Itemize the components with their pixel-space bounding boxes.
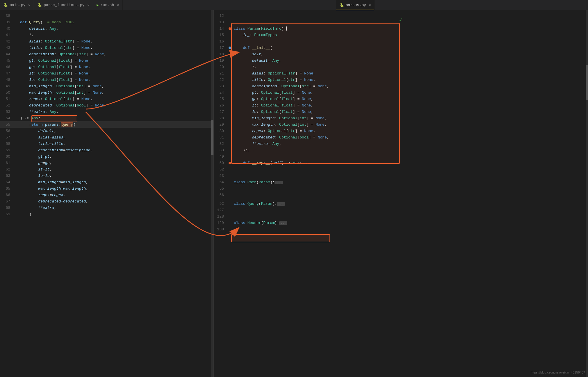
right-code-line-17: 17 def __init__( (214, 45, 588, 51)
lc-46: ge: Optional[float] = None, (19, 65, 213, 69)
rln-21: 21 (214, 71, 227, 76)
ln-69: 69 (0, 212, 13, 216)
rlc-28: min_length: Optional[int] = None, (233, 116, 588, 120)
tab-main-py[interactable]: 🐍 main.py ✕ (0, 0, 34, 10)
right-scrollbar[interactable] (586, 10, 588, 377)
left-code-area[interactable]: 38 39 def Query( # noqa: N802 40 default… (0, 10, 213, 377)
code-line-51: 51 regex: Optional[str] = None, (0, 96, 213, 102)
code-line-64: 64 min_length=min_length, (0, 179, 213, 185)
lc-39: def Query( # noqa: N802 (19, 20, 213, 24)
code-line-69: 69 ) (0, 211, 213, 217)
left-scrollbar-thumb[interactable] (211, 120, 213, 155)
ln-46: 46 (0, 65, 13, 69)
close-icon-params[interactable]: ✕ (369, 3, 371, 7)
lc-57: alias=alias, (19, 135, 213, 140)
right-code-line-54: 54 class Path(Param):... (214, 179, 588, 185)
tab-params-py[interactable]: 🐍 params.py ✕ (336, 0, 375, 10)
right-code-line-16: 16 (214, 38, 588, 45)
close-icon-main[interactable]: ✕ (28, 3, 31, 7)
close-icon-param[interactable]: ✕ (88, 3, 90, 7)
rln-49: 49 (214, 154, 227, 159)
lc-48: le: Optional[float] = None, (19, 78, 213, 82)
rln-92: 92 (214, 202, 227, 206)
rlc-29: max_length: Optional[int] = None, (233, 122, 588, 127)
rlc-17: def __init__( (233, 46, 588, 50)
rln-12: 12 (214, 14, 227, 18)
rlc-20: *, (233, 65, 588, 69)
rlc-50: def __repr__(self) -> str:... (233, 161, 588, 165)
rln-16: 16 (214, 39, 227, 44)
code-line-62: 62 lt=lt, (0, 166, 213, 173)
right-scrollbar-thumb[interactable] (586, 65, 588, 100)
code-line-65: 65 max_length=max_length, (0, 185, 213, 192)
right-code-line-92: 92 class Query(Param):... (214, 200, 588, 207)
right-code-line-55: 55 (214, 185, 588, 192)
lc-61: ge=ge, (19, 161, 213, 165)
lc-43: title: Optional[str] = None, (19, 46, 213, 50)
ln-43: 43 (0, 46, 13, 50)
ln-51: 51 (0, 97, 13, 101)
lc-42: alias: Optional[str] = None, (19, 39, 213, 44)
rln-18: 18 (214, 52, 227, 56)
lc-54: ) -> Any: (19, 116, 213, 120)
rgutter-14 (227, 27, 233, 30)
tab-label-main: main.py (10, 3, 26, 7)
left-scrollbar[interactable] (211, 10, 213, 377)
code-line-46: 46 ge: Optional[float] = None, (0, 64, 213, 70)
close-icon-run[interactable]: ✕ (117, 3, 119, 7)
ln-58: 58 (0, 142, 13, 146)
ln-44: 44 (0, 52, 13, 56)
rln-50: 50 (214, 161, 227, 165)
rlc-26: lt: Optional[float] = None, (233, 103, 588, 108)
tab-label-run: run.sh (101, 3, 114, 7)
tab-bar: 🐍 main.py ✕ 🐍 param_functions.py ✕ ▶ run… (0, 0, 588, 10)
code-line-67: 67 deprecated=deprecated, (0, 198, 213, 204)
code-line-53: 53 **extra: Any, (0, 109, 213, 115)
left-panel: 38 39 def Query( # noqa: N802 40 default… (0, 10, 214, 377)
code-line-47: 47 lt: Optional[float] = None, (0, 70, 213, 77)
rlc-14: class Param(FieldInfo): (233, 26, 588, 31)
rlc-27: le: Optional[float] = None, (233, 110, 588, 114)
ln-42: 42 (0, 39, 13, 44)
rlc-54: class Path(Param):... (233, 180, 588, 184)
ln-60: 60 (0, 154, 13, 159)
right-code-line-20: 20 *, (214, 64, 588, 70)
rln-20: 20 (214, 65, 227, 69)
code-line-50: 50 max_length: Optional[int] = None, (0, 89, 213, 96)
ln-39: 39 (0, 20, 13, 24)
lc-59: description=description, (19, 148, 213, 152)
code-line-58: 58 title=title, (0, 141, 213, 147)
rln-25: 25 (214, 97, 227, 101)
rln-14: 14 (214, 26, 227, 31)
tab-run-sh[interactable]: ▶ run.sh ✕ (93, 0, 123, 10)
code-line-44: 44 description: Optional[str] = None, (0, 51, 213, 57)
lc-45: gt: Optional[float] = None, (19, 58, 213, 63)
right-code-line-29: 29 max_length: Optional[int] = None, (214, 121, 588, 128)
right-code-line-19: 19 default: Any, (214, 57, 588, 64)
code-line-41: 41 *, (0, 32, 213, 38)
right-code-area[interactable]: 12 13 14 class Param(FieldInfo): (214, 10, 588, 377)
rln-13: 13 (214, 20, 227, 24)
lc-60: gt=gt, (19, 154, 213, 159)
ln-41: 41 (0, 33, 13, 37)
ln-50: 50 (0, 90, 13, 95)
ln-49: 49 (0, 84, 13, 88)
lc-66: regex=regex, (19, 193, 213, 197)
rln-56: 56 (214, 193, 227, 197)
rln-19: 19 (214, 58, 227, 63)
rln-32: 32 (214, 142, 227, 146)
right-code-line-53: 53 (214, 173, 588, 179)
code-line-66: 66 regex=regex, (0, 192, 213, 198)
rlc-24: gt: Optional[float] = None, (233, 90, 588, 95)
ln-68: 68 (0, 206, 13, 210)
right-gap: ⋮ (214, 198, 588, 200)
rln-127: 127 (214, 208, 227, 212)
lc-69: ) (19, 212, 213, 216)
right-code-line-24: 24 gt: Optional[float] = None, (214, 89, 588, 96)
ln-45: 45 (0, 58, 13, 63)
rlc-33: ):... (233, 148, 588, 152)
ln-52: 52 (0, 103, 13, 108)
tab-param-functions[interactable]: 🐍 param_functions.py ✕ (34, 0, 93, 10)
rln-24: 24 (214, 90, 227, 95)
ln-59: 59 (0, 148, 13, 152)
